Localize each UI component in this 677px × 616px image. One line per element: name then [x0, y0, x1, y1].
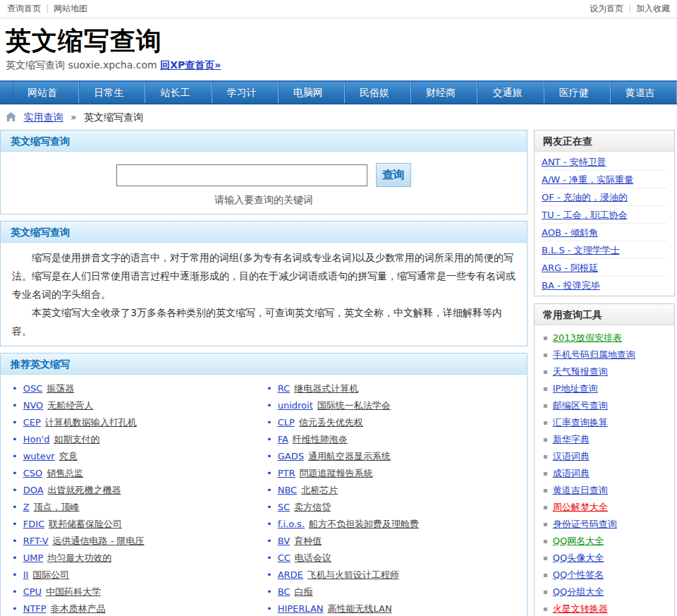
- hot-query-link[interactable]: ANT - 安特卫普: [542, 157, 606, 167]
- abbreviation-link[interactable]: DOA: [23, 485, 44, 495]
- abbreviation-desc-link[interactable]: 国际统一私法学会: [317, 400, 391, 411]
- set-homepage-link[interactable]: 设为首页: [590, 4, 623, 13]
- abbreviation-link[interactable]: CLP: [278, 417, 295, 428]
- hot-query-link[interactable]: OF - 充油的，浸油的: [542, 192, 628, 203]
- abbreviation-link[interactable]: PTR: [278, 468, 295, 478]
- abbreviation-desc-link[interactable]: 卖方信贷: [294, 502, 331, 512]
- abbreviation-desc-link[interactable]: 究竟: [59, 451, 78, 461]
- abbreviation-link[interactable]: wutevr: [23, 451, 55, 461]
- abbreviation-link[interactable]: GADS: [278, 451, 304, 461]
- nav-item-link[interactable]: 医疗健康: [545, 82, 610, 124]
- abbreviation-link[interactable]: ARDE: [278, 569, 303, 580]
- nav-item[interactable]: 学习计算: [212, 82, 279, 103]
- nav-item-link[interactable]: 电脑网络: [279, 82, 344, 124]
- abbreviation-desc-link[interactable]: 振荡器: [47, 383, 74, 394]
- abbreviation-desc-link[interactable]: 白痴: [294, 586, 312, 597]
- abbreviation-desc-link[interactable]: 顶点，顶峰: [34, 502, 80, 512]
- abbreviation-desc-link[interactable]: 高性能无线LAN: [328, 603, 392, 614]
- tool-link[interactable]: 邮编区号查询: [553, 400, 608, 411]
- abbreviation-desc-link[interactable]: 船方不负担装卸费及理舱费: [309, 519, 419, 529]
- nav-item-link[interactable]: 学习计算: [213, 82, 278, 124]
- back-to-xpcha-link[interactable]: 回XP查首页»: [160, 59, 221, 71]
- abbreviation-link[interactable]: RC: [278, 383, 290, 394]
- abbreviation-link[interactable]: NTFP: [23, 603, 47, 614]
- nav-item-link[interactable]: 交通旅游: [478, 82, 543, 124]
- abbreviation-desc-link[interactable]: 销售总监: [47, 468, 83, 478]
- tool-link[interactable]: 成语词典: [553, 468, 590, 478]
- abbreviation-link[interactable]: CPU: [23, 586, 42, 597]
- abbreviation-link[interactable]: CSO: [23, 468, 43, 478]
- nav-item[interactable]: 民俗娱乐: [345, 82, 411, 103]
- tool-link[interactable]: IP地址查询: [553, 383, 598, 394]
- tool-link[interactable]: QQ个性签名: [553, 569, 604, 580]
- abbreviation-desc-link[interactable]: 国际公司: [32, 569, 69, 580]
- hot-query-link[interactable]: B.L.S - 文理学学士: [542, 245, 620, 255]
- abbreviation-link[interactable]: FDIC: [23, 519, 44, 529]
- abbreviation-link[interactable]: NBC: [278, 485, 298, 495]
- abbreviation-link[interactable]: HIPERLAN: [278, 603, 324, 614]
- abbreviation-desc-link[interactable]: 中国药科大学: [46, 586, 101, 597]
- abbreviation-desc-link[interactable]: 继电器式计算机: [294, 383, 358, 394]
- abbreviation-desc-link[interactable]: 联邦储蓄保险公司: [49, 519, 122, 529]
- abbreviation-desc-link[interactable]: 均匀最大功效的: [47, 552, 111, 563]
- tool-link[interactable]: 新华字典: [553, 434, 590, 445]
- tool-link[interactable]: QQ头像大全: [553, 552, 604, 563]
- tool-link[interactable]: QQ分组大全: [553, 586, 604, 597]
- nav-item-link[interactable]: 财经商务: [412, 82, 477, 124]
- nav-item[interactable]: 电脑网络: [279, 82, 345, 103]
- abbreviation-link[interactable]: Hon'd: [23, 434, 50, 445]
- hot-query-link[interactable]: ARG - 阿根廷: [542, 262, 598, 273]
- add-favorite-link[interactable]: 加入收藏: [636, 4, 670, 13]
- breadcrumb-link[interactable]: 实用查询: [23, 111, 63, 123]
- tool-link[interactable]: 手机号码归属地查询: [553, 349, 635, 360]
- nav-item[interactable]: 日常生活: [79, 82, 145, 103]
- abbreviation-desc-link[interactable]: 出貨就死機之機器: [48, 485, 121, 495]
- tool-link[interactable]: 汉语词典: [553, 451, 590, 461]
- abbreviation-desc-link[interactable]: 远供通信电路 - 限电压: [53, 536, 145, 546]
- abbreviation-link[interactable]: UMP: [23, 552, 44, 563]
- abbreviation-desc-link[interactable]: 纤维性肺泡炎: [293, 434, 348, 445]
- abbreviation-link[interactable]: RFT-V: [23, 536, 49, 546]
- nav-item[interactable]: 财经商务: [411, 82, 477, 103]
- search-input[interactable]: [116, 164, 367, 186]
- abbreviation-desc-link[interactable]: 問題追蹤報告系統: [300, 468, 373, 478]
- abbreviation-link[interactable]: NVO: [23, 400, 44, 411]
- nav-item-link[interactable]: 黄道吉日: [611, 82, 676, 124]
- abbreviation-desc-link[interactable]: 信元丢失优先权: [299, 417, 363, 428]
- abbreviation-desc-link[interactable]: 无船经营人: [47, 400, 93, 411]
- abbreviation-link[interactable]: FA: [278, 434, 288, 445]
- abbreviation-link[interactable]: SC: [278, 502, 290, 512]
- hot-query-link[interactable]: TU - 工会，职工协会: [542, 210, 627, 220]
- nav-item[interactable]: 站长工具: [145, 82, 212, 103]
- tool-link[interactable]: 身份证号码查询: [553, 519, 617, 529]
- abbreviation-link[interactable]: f.i.o.s.: [278, 519, 305, 529]
- abbreviation-link[interactable]: Z: [23, 502, 30, 512]
- abbreviation-link[interactable]: CEP: [23, 417, 41, 428]
- nav-item[interactable]: 网站首页: [13, 82, 79, 103]
- search-button[interactable]: 查询: [376, 163, 411, 187]
- abbreviation-desc-link[interactable]: 飞机与火箭设计工程师: [307, 569, 399, 580]
- abbreviation-link[interactable]: CC: [278, 552, 291, 563]
- abbreviation-link[interactable]: BC: [278, 586, 291, 597]
- tool-link[interactable]: 黄道吉日查询: [553, 485, 608, 495]
- tool-link[interactable]: QQ网名大全: [553, 536, 604, 546]
- nav-item-link[interactable]: 民俗娱乐: [346, 82, 410, 124]
- nav-item[interactable]: 黄道吉日: [611, 82, 677, 103]
- abbreviation-desc-link[interactable]: 非木质林产品: [51, 603, 106, 614]
- abbreviation-desc-link[interactable]: 计算机数据输入打孔机: [45, 417, 137, 428]
- tool-link[interactable]: 2013放假安排表: [553, 332, 622, 343]
- tool-link[interactable]: 天气预报查询: [553, 366, 608, 377]
- hot-query-link[interactable]: A/W - 净重，实际重量: [542, 174, 633, 185]
- nav-item-link[interactable]: 站长工具: [146, 82, 211, 124]
- abbreviation-desc-link[interactable]: 如期支付的: [54, 434, 99, 445]
- hot-query-link[interactable]: BA - 投弹完毕: [542, 280, 600, 291]
- home-link[interactable]: 查询首页: [7, 4, 41, 13]
- tool-link[interactable]: 周公解梦大全: [553, 502, 608, 512]
- abbreviation-desc-link[interactable]: 电话会议: [295, 552, 331, 563]
- abbreviation-desc-link[interactable]: 北桥芯片: [301, 485, 338, 495]
- hot-query-link[interactable]: AOB - 倾斜角: [542, 227, 598, 238]
- nav-item[interactable]: 医疗健康: [544, 82, 611, 103]
- sitemap-link[interactable]: 网站地图: [54, 4, 87, 13]
- nav-item[interactable]: 交通旅游: [477, 82, 544, 103]
- abbreviation-desc-link[interactable]: 通用航空器显示系统: [308, 451, 391, 461]
